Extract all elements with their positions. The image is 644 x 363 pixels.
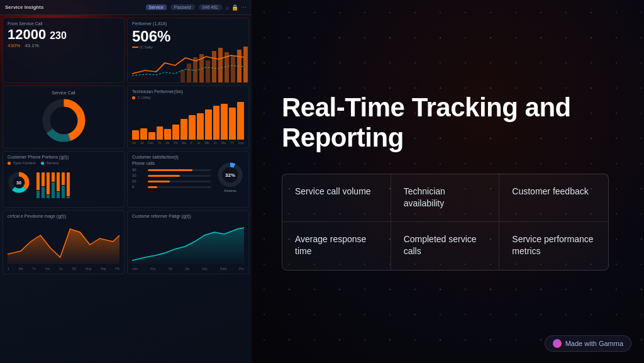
performer-title: Performer (1,818) [132, 21, 244, 26]
gauge-label: Assess [224, 189, 236, 193]
satisfaction-gauge: 32% [216, 161, 244, 189]
tech-perf-card: Technician Performer(Sin) C Utility [127, 86, 249, 148]
gamma-logo-icon [553, 339, 562, 348]
svg-rect-9 [237, 50, 242, 82]
svg-text:30: 30 [16, 181, 21, 185]
feature-service-performance-metrics: Service performance metrics [499, 222, 608, 270]
phone-portions-title: Customer Phone Portions (g(t)) [8, 155, 119, 159]
svg-text:32%: 32% [225, 172, 235, 178]
service-button[interactable]: Service [146, 4, 167, 10]
phone-bars [35, 170, 71, 198]
main-heading: Real-Time Tracking and Reporting [282, 92, 614, 154]
svg-rect-1 [187, 64, 191, 82]
metric-430: 430% [8, 43, 20, 48]
satisfaction-title: Customer satisfaction(t) [132, 155, 244, 159]
left-dashboard-panel: Service Insights Service Passwrd 046 461… [0, 0, 252, 363]
feature-grid: Service call volume Technician availabil… [282, 174, 609, 271]
feature-customer-feedback: Customer feedback [499, 174, 608, 222]
area-right-title: Custome reformer Patigr (g(t)) [132, 214, 244, 218]
svg-rect-10 [243, 47, 248, 82]
svg-rect-8 [231, 56, 235, 82]
tech-legend: C Utility [132, 96, 244, 99]
performer-value: 506% [132, 28, 244, 45]
tech-bar-chart [132, 102, 244, 140]
svg-rect-5 [212, 51, 216, 82]
feature-technician-availability: Technician availability [391, 174, 500, 222]
area-right-chart [132, 223, 244, 264]
area-left-title: crrfcal e Pevdome mage (g(t)) [8, 214, 119, 218]
phone-calls-label: Phone calls [132, 161, 211, 165]
feature-completed-service-calls: Completed service calls [391, 222, 500, 270]
top-bar: Service Insights Service Passwrd 046 461… [0, 0, 252, 15]
svg-rect-6 [218, 48, 223, 82]
area-right-card: Custome reformer Patigr (g(t)) clari Abs… [127, 210, 249, 274]
legend-ic-salty: IC Salty [132, 45, 153, 49]
code-pill: 046 461 [199, 4, 222, 10]
feature-average-response-time: Average response time [282, 222, 391, 270]
sat-bars: 30 20 10 0 [132, 168, 211, 189]
gamma-badge[interactable]: Made with Gamma [545, 335, 631, 352]
metric-230: 230 [50, 30, 67, 42]
metric-sub-row: 430% 43.1% [8, 43, 119, 48]
svg-rect-3 [199, 54, 204, 82]
feature-service-call-volume: Service call volume [282, 174, 391, 222]
service-call-title: From Service Call [8, 21, 119, 26]
right-panel: Real-Time Tracking and Reporting Service… [252, 0, 644, 363]
metric-12000: 12000 [8, 28, 46, 42]
top-bar-icons: ⌕ 🔒 ⋯ [226, 4, 247, 11]
performer-card: Performer (1,818) 506% IC Salty [127, 18, 249, 83]
metric-row: 12000 230 [8, 28, 119, 42]
dashboard-grid: From Service Call 12000 230 430% 43.1% P… [0, 15, 252, 277]
svg-rect-7 [225, 52, 229, 82]
phone-legend: Type Content Service [8, 161, 119, 165]
svg-rect-2 [193, 57, 197, 82]
lock-icon: 🔒 [231, 4, 238, 11]
svg-marker-21 [8, 229, 119, 264]
tech-perf-title: Technician Performer(Sin) [132, 89, 244, 94]
phone-portions-card: Customer Phone Portions (g(t)) Type Cont… [3, 151, 125, 208]
phone-mini-donut: 30 [8, 171, 30, 194]
donut-title: Service Call [52, 91, 75, 95]
svg-rect-4 [206, 60, 210, 82]
area-left-chart [8, 223, 119, 264]
satisfaction-card: Customer satisfaction(t) Phone calls 30 … [127, 151, 249, 208]
area-left-card: crrfcal e Pevdome mage (g(t)) 1 Ma Tn Vr… [3, 210, 125, 274]
gamma-label: Made with Gamma [565, 340, 623, 347]
performer-bar-overlay [179, 45, 248, 82]
right-content: Real-Time Tracking and Reporting Service… [282, 92, 614, 271]
app-title: Service Insights [5, 4, 142, 10]
metric-431: 43.1% [25, 43, 39, 48]
service-call-donut-card: Service Call [3, 86, 125, 148]
password-pill: Passwrd [170, 4, 195, 10]
service-call-card: From Service Call 12000 230 430% 43.1% [3, 18, 125, 83]
donut-chart [40, 97, 87, 144]
menu-icon[interactable]: ⋯ [241, 4, 247, 11]
svg-rect-0 [180, 70, 185, 82]
search-icon[interactable]: ⌕ [226, 4, 229, 11]
